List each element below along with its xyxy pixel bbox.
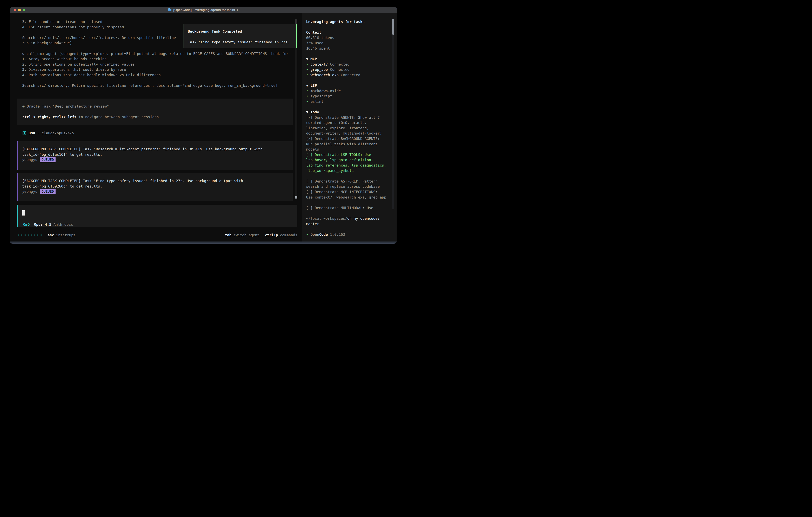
todo-item-pending: [ ] Demonstrate MCP INTEGRATIONS:Use con… <box>306 189 390 200</box>
status-bar: esc interrupt tab switch agent ctrl+p co… <box>18 232 297 238</box>
todo-item-active: [ ] Demonstrate LSP TOOLS: Uselsp_hover,… <box>306 152 390 173</box>
agent-model: claude-opus-4-5 <box>41 131 74 135</box>
bullet-icon: • <box>306 62 311 67</box>
notice-user: yeongyu <box>22 189 37 194</box>
notice-text: [BACKGROUND TASK COMPLETED] Task "Find t… <box>22 178 293 189</box>
window-footer-strip <box>10 242 397 244</box>
bullet-icon: • <box>306 93 311 99</box>
background-task-notice: [BACKGROUND TASK COMPLETED] Task "Find t… <box>17 173 293 201</box>
todo-item-pending: [ ] Demonstrate AST-GREP: Patternsearch … <box>306 179 390 189</box>
bullet-icon: • <box>306 99 311 104</box>
lsp-item: • typescript <box>306 93 390 99</box>
folder-icon <box>168 9 171 11</box>
input-agent-name: OmO <box>23 222 30 226</box>
background-task-notice: [BACKGROUND TASK COMPLETED] Task "Resear… <box>17 141 293 170</box>
window-title: [OpenCode] Leveraging agents for tasks <box>173 8 235 12</box>
bullet-icon: • <box>306 72 311 78</box>
session-sidebar: Leveraging agents for tasks Context 66,5… <box>302 13 397 242</box>
lsp-item: • markdown-oxide <box>306 88 390 94</box>
traffic-lights <box>14 9 25 11</box>
input-model-name: Opus 4.5 <box>34 222 51 226</box>
agent-name: OmO <box>29 131 35 135</box>
window-titlebar: [OpenCode] Leveraging agents for tasks ◐ <box>10 7 397 13</box>
close-window-button[interactable] <box>14 9 17 11</box>
main-scrollbar-thumb[interactable] <box>295 196 297 198</box>
mcp-section-toggle[interactable]: ▼ MCP <box>306 56 390 62</box>
workspace-branch: master <box>306 221 390 227</box>
esc-key: esc <box>48 233 54 237</box>
todo-section-toggle[interactable]: ▼ Todo <box>306 110 390 115</box>
zoom-window-button[interactable] <box>23 9 25 11</box>
session-title: Leveraging agents for tasks <box>306 19 390 25</box>
mcp-item: • context7 Connected <box>306 62 390 67</box>
input-model-info: OmO Opus 4.5 Anthropic <box>23 222 73 226</box>
oracle-task-box: ◉ Oracle Task "Deep architecture review"… <box>17 99 293 125</box>
workspace-path: ~/local-workspaces/oh-my-opencode: <box>306 216 390 221</box>
notice-text: [BACKGROUND TASK COMPLETED] Task "Resear… <box>22 146 293 157</box>
todo-item-pending: [ ] Demonstrate MULTIMODAL: Use <box>306 205 390 211</box>
tab-key: tab <box>225 233 232 237</box>
commands-hint: ctrl+p commands <box>265 233 297 237</box>
background-task-toast: Background Task Completed Task "Find typ… <box>183 24 297 48</box>
context-spent: $0.46 spent <box>306 46 390 51</box>
bullet-icon: • <box>306 88 311 94</box>
queued-status-badge: QUEUED <box>40 189 56 194</box>
context-tokens: 66,518 tokens <box>306 35 390 40</box>
minimize-window-button[interactable] <box>18 9 21 11</box>
half-moon-icon: ◐ <box>237 8 238 12</box>
notice-user: yeongyu <box>22 157 37 163</box>
chat-main-area: 3. File handles or streams not closed4. … <box>10 13 302 242</box>
sidebar-scrollbar-track[interactable] <box>392 19 394 209</box>
bullet-icon: • <box>306 67 311 72</box>
lsp-section-toggle[interactable]: ▼ LSP <box>306 83 390 88</box>
context-heading: Context <box>306 30 390 35</box>
todo-item-done: [✓] Demonstrate AGENTS: Show all 7curate… <box>306 115 390 136</box>
context-used: 33% used <box>306 40 390 46</box>
oracle-hint-text: to navigate between subagent sessions <box>77 115 159 119</box>
bullet-icon: • <box>306 232 311 237</box>
toast-title: Background Task Completed <box>188 29 296 34</box>
toast-body: Task "Find type safety issues" finished … <box>188 39 296 45</box>
opencode-window: [OpenCode] Leveraging agents for tasks ◐… <box>10 7 397 244</box>
oracle-navigation-hint: ctrl+x right, ctrl+x left to navigate be… <box>22 114 293 120</box>
agent-session-header: OmO · claude-opus-4-5 <box>23 130 74 136</box>
oracle-task-title: ◉ Oracle Task "Deep architecture review" <box>22 104 293 109</box>
input-provider-name: Anthropic <box>54 222 73 226</box>
lsp-item: • eslint <box>306 99 390 104</box>
switch-agent-hint: tab switch agent <box>225 233 260 237</box>
main-scrollbar-thumb[interactable] <box>295 19 297 24</box>
ctrl-p-key: ctrl+p <box>265 233 278 237</box>
mcp-item: • grep_app Connected <box>306 67 390 72</box>
text-cursor <box>22 210 25 216</box>
sidebar-scrollbar-thumb[interactable] <box>392 19 394 35</box>
prompt-input[interactable]: OmO Opus 4.5 Anthropic <box>17 205 297 227</box>
activity-dots-icon <box>18 235 41 236</box>
mcp-item: • websearch_exa Connected <box>306 72 390 78</box>
agent-separator-dot: · <box>37 131 39 135</box>
interrupt-hint: esc interrupt <box>48 233 76 237</box>
oracle-hint-keys: ctrl+x right, ctrl+x left <box>22 115 77 119</box>
opencode-version: • OpenCode 1.0.163 <box>306 232 390 237</box>
agent-checkbox-icon <box>23 131 26 135</box>
queued-status-badge: QUEUED <box>40 157 56 162</box>
todo-item-done: [✓] Demonstrate BACKGROUND AGENTS:Run pa… <box>306 136 390 152</box>
